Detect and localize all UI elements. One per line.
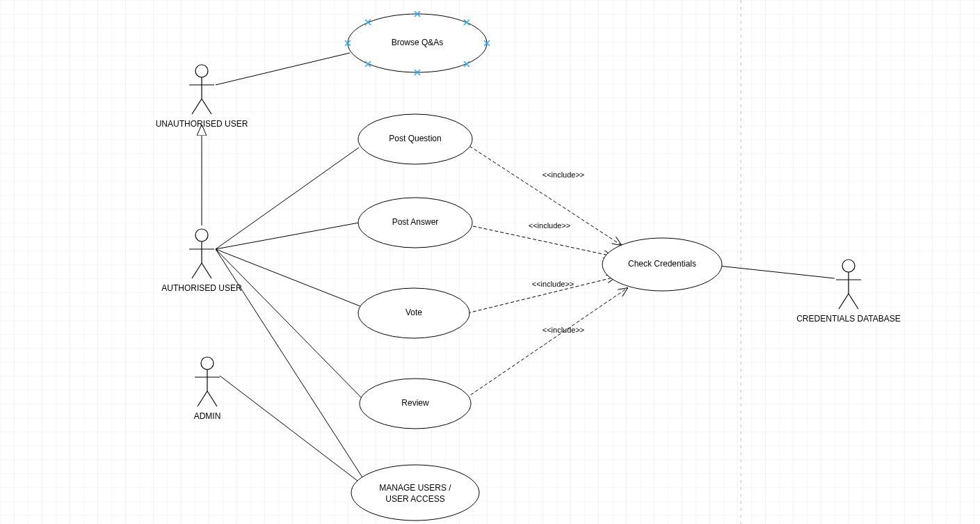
usecase-review-label: Review (401, 398, 429, 408)
usecase-post-question[interactable]: Post Question (358, 114, 472, 164)
include-label-posta: <<include>> (529, 221, 571, 230)
usecase-post-answer[interactable]: Post Answer (358, 198, 472, 248)
canvas[interactable]: <<include>> <<include>> <<include>> <<in… (0, 0, 980, 524)
usecase-vote[interactable]: Vote (358, 288, 469, 338)
usecase-check-credentials[interactable]: Check Credentials (602, 238, 722, 291)
include-label-review: <<include>> (543, 326, 585, 334)
usecase-browse-label: Browse Q&As (392, 38, 444, 47)
include-label-vote: <<include>> (532, 280, 575, 288)
usecase-manage-users[interactable]: MANAGE USERS / USER ACCESS (351, 465, 479, 521)
actor-unauthorised-label: UNAUTHORISED USER (156, 119, 248, 129)
usecase-check-label: Check Credentials (628, 259, 696, 269)
actor-credsdb-label: CREDENTIALS DATABASE (796, 314, 901, 324)
usecase-postq-label: Post Question (389, 134, 441, 143)
usecase-review[interactable]: Review (360, 379, 471, 429)
include-label-postq: <<include>> (543, 170, 585, 179)
usecase-posta-label: Post Answer (392, 217, 439, 227)
usecase-browse[interactable]: Browse Q&As (345, 11, 490, 75)
grid-bg (0, 0, 980, 524)
actor-admin-label: ADMIN (194, 411, 221, 421)
usecase-manage-label1: MANAGE USERS / (379, 483, 451, 493)
actor-authorised-label: AUTHORISED USER (161, 283, 242, 293)
usecase-manage-label2: USER ACCESS (385, 494, 444, 504)
usecase-vote-label: Vote (405, 308, 422, 317)
